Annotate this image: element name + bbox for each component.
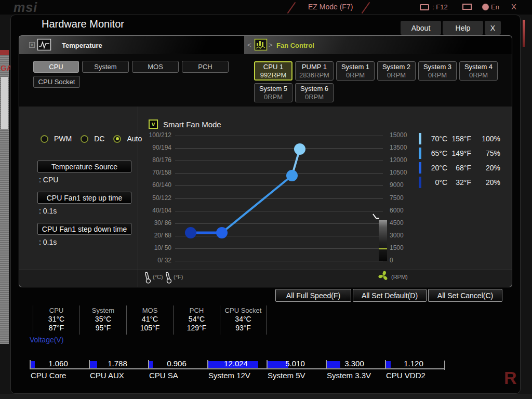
screenshot-key-label: : F12 xyxy=(432,3,448,11)
fan-name: System 6 xyxy=(300,85,328,93)
msi-logo: msi xyxy=(14,0,37,15)
dialog-header-buttons: About Help X xyxy=(401,21,501,35)
rpm-axis-tick: 10500 xyxy=(390,169,413,176)
temp-axis-tick: 0/ 32 xyxy=(139,257,171,264)
background-close-icon: X xyxy=(511,2,516,11)
legend-celsius: 70°C xyxy=(422,135,447,143)
fan-button-cpu-1[interactable]: CPU 1992RPM xyxy=(254,61,292,81)
voltage-item-cpu-vdd2: 1.120CPU VDD2 xyxy=(385,361,444,383)
fan-name: PUMP 1 xyxy=(302,63,327,71)
background-bottom-edge xyxy=(0,394,532,399)
status-temp-label: CPU Socket xyxy=(220,307,266,315)
fan-control-next-icon[interactable]: > xyxy=(269,41,273,49)
fan-name: CPU 1 xyxy=(263,63,283,71)
fan-mode-radio-auto[interactable] xyxy=(113,135,121,143)
fan-mode-radio-group: PWMDCAuto xyxy=(41,135,145,143)
temperature-status-row: CPU31°C87°FSystem35°C95°FMOS41°C105°FPCH… xyxy=(33,305,267,335)
status-temp-celsius: 34°C xyxy=(220,315,266,324)
fan-control-section-label: Fan Control xyxy=(276,42,314,49)
monitor-icon xyxy=(462,4,472,10)
legend-fahrenheit: 68°F xyxy=(447,164,471,172)
about-button[interactable]: About xyxy=(401,21,441,35)
temperature-section-header xyxy=(19,36,244,54)
voltage-label: CPU Core xyxy=(30,371,89,380)
temperature-tab-pch[interactable]: PCH xyxy=(182,61,229,73)
voltage-value: 1.120 xyxy=(385,359,442,368)
fan-curve-point-0[interactable] xyxy=(185,227,196,238)
background-badge-right: R xyxy=(504,368,517,388)
field-button-0[interactable]: Temperature Source xyxy=(37,161,131,172)
fan-rpm: 0RPM xyxy=(264,93,283,101)
field-button-2[interactable]: CPU Fan1 step down time xyxy=(37,223,131,235)
rpm-unit-label: (RPM) xyxy=(391,274,408,280)
fan-button-system-4[interactable]: System 40RPM xyxy=(459,61,498,81)
temp-axis-tick: 70/158 xyxy=(139,169,171,176)
action-button-all-full-speed-f-[interactable]: All Full Speed(F) xyxy=(275,289,351,302)
fan-rpm: 0RPM xyxy=(346,71,365,79)
rpm-fan-icon xyxy=(378,271,389,281)
current-rpm-gauge xyxy=(379,220,387,261)
fan-name: System 5 xyxy=(259,85,287,93)
temp-axis-tick: 90/194 xyxy=(139,144,171,151)
fan-rpm: 0RPM xyxy=(469,71,488,79)
rpm-axis-tick: 12000 xyxy=(390,156,413,164)
status-temp-system: System35°C95°F xyxy=(79,305,126,335)
fan-name: System 1 xyxy=(341,63,369,71)
fan-mode-radio-dc[interactable] xyxy=(81,135,88,143)
help-button[interactable]: Help xyxy=(443,21,483,35)
fan-button-system-3[interactable]: System 30RPM xyxy=(418,61,457,81)
voltage-value: 3.300 xyxy=(326,359,383,368)
dialog-title: Hardware Monitor xyxy=(42,18,124,30)
smart-fan-mode-checkbox[interactable]: v xyxy=(149,119,158,129)
fan-button-pump-1[interactable]: PUMP 12836RPM xyxy=(295,61,334,81)
temp-axis-tick: 40/104 xyxy=(139,207,171,214)
fan-rpm: 0RPM xyxy=(305,93,324,101)
voltage-item-system-12v: 12.024System 12V xyxy=(207,361,267,383)
close-button[interactable]: X xyxy=(485,21,501,35)
fan-mode-radio-pwm[interactable] xyxy=(41,135,48,143)
rpm-axis-tick: 13500 xyxy=(390,144,413,151)
action-button-all-set-default-d-[interactable]: All Set Default(D) xyxy=(353,289,427,302)
fan-control-prev-icon[interactable]: < xyxy=(247,41,251,49)
temperature-tab-mos[interactable]: MOS xyxy=(132,61,179,73)
action-button-all-set-cancel-c-[interactable]: All Set Cancel(C) xyxy=(428,289,502,302)
fan-rpm: 2836RPM xyxy=(299,71,329,79)
temp-axis-tick: 10/ 50 xyxy=(139,244,171,251)
voltage-value: 1.788 xyxy=(89,359,146,368)
temperature-tab-cpu[interactable]: CPU xyxy=(33,61,79,73)
voltage-bar-track: 1.788 xyxy=(89,361,148,369)
status-temp-fahrenheit: 93°F xyxy=(220,324,266,332)
background-box-art xyxy=(1,77,8,129)
fan-name: System 3 xyxy=(423,63,451,71)
status-temp-fahrenheit: 87°F xyxy=(33,324,79,332)
fan-name: System 2 xyxy=(382,63,410,71)
temp-axis-tick: 50/122 xyxy=(139,194,171,202)
fan-button-system-5[interactable]: System 50RPM xyxy=(254,83,292,102)
fan-curve-point-1[interactable] xyxy=(216,227,228,238)
legend-fahrenheit: 149°F xyxy=(447,149,471,157)
voltage-bar-track: 12.024 xyxy=(207,361,267,369)
fan-button-system-2[interactable]: System 20RPM xyxy=(377,61,416,81)
fan-rpm: 0RPM xyxy=(428,71,447,79)
fahrenheit-unit-label: (°F) xyxy=(174,274,183,280)
rpm-axis-tick: 4500 xyxy=(390,219,413,227)
fan-button-system-6[interactable]: System 60RPM xyxy=(295,83,334,102)
temperature-tab-system[interactable]: System xyxy=(82,61,129,73)
celsius-thermometer-icon xyxy=(144,272,151,284)
legend-celsius: 0°C xyxy=(422,178,447,187)
legend-percent: 75% xyxy=(471,149,500,157)
screenshot-camera-icon xyxy=(420,4,429,10)
voltage-value: 12.024 xyxy=(207,359,264,368)
voltage-bar-track: 0.906 xyxy=(148,361,207,369)
celsius-unit-label: (°C) xyxy=(153,274,163,280)
fan-curve-point-3[interactable] xyxy=(294,143,305,155)
temperature-collapse-checkbox-icon[interactable]: v xyxy=(29,42,35,48)
field-button-1[interactable]: CPU Fan1 step up time xyxy=(37,192,131,204)
status-temp-fahrenheit: 105°F xyxy=(127,324,173,332)
fan-curve-point-2[interactable] xyxy=(286,170,298,181)
voltage-item-cpu-core: 1.060CPU Core xyxy=(30,361,89,383)
fan-button-system-1[interactable]: System 10RPM xyxy=(336,61,375,81)
temp-axis-tick: 60/140 xyxy=(139,181,171,189)
fan-control-chart-icon xyxy=(254,38,268,51)
temperature-tab-cpu-socket[interactable]: CPU Socket xyxy=(33,76,80,88)
